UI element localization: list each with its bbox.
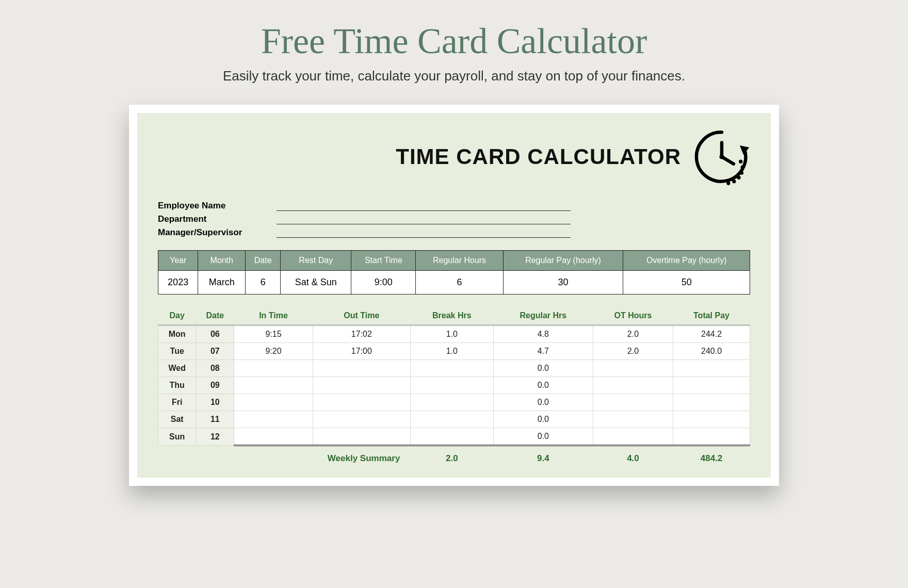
settings-reghours: 6 xyxy=(416,271,503,295)
ts-cell-in xyxy=(234,411,313,428)
manager-row: Manager/Supervisor xyxy=(158,227,750,238)
ts-cell-out: 17:02 xyxy=(313,325,410,343)
settings-header-starttime: Start Time xyxy=(351,251,416,271)
ts-cell-break xyxy=(410,377,493,394)
ts-cell-break xyxy=(410,411,493,428)
settings-header-regpay: Regular Pay (hourly) xyxy=(503,251,623,271)
ts-cell-day: Sun xyxy=(158,428,196,446)
table-row: Wed080.0 xyxy=(158,360,750,377)
ts-cell-date: 12 xyxy=(196,428,234,446)
ts-cell-reg: 0.0 xyxy=(493,411,593,428)
ts-cell-out xyxy=(313,394,410,411)
ts-cell-total xyxy=(673,360,750,377)
ts-cell-day: Mon xyxy=(158,325,196,343)
ts-cell-total xyxy=(673,411,750,428)
settings-year: 2023 xyxy=(158,271,198,295)
svg-point-9 xyxy=(719,154,724,159)
ts-header-date: Date xyxy=(196,307,234,325)
ts-cell-ot: 2.0 xyxy=(593,343,673,360)
ts-header-in: In Time xyxy=(234,307,313,325)
settings-otpay: 50 xyxy=(623,271,750,295)
summary-break: 2.0 xyxy=(410,446,493,468)
page-subtitle: Easily track your time, calculate your p… xyxy=(0,68,908,84)
ts-cell-ot: 2.0 xyxy=(593,325,673,343)
template-card: TIME CARD CALCULATOR Employee Name xyxy=(129,105,779,486)
summary-ot: 4.0 xyxy=(593,446,673,468)
ts-cell-out xyxy=(313,411,410,428)
table-row: Thu090.0 xyxy=(158,377,750,394)
settings-header-restday: Rest Day xyxy=(281,251,351,271)
manager-label: Manager/Supervisor xyxy=(158,227,277,238)
ts-cell-ot xyxy=(593,377,673,394)
ts-header-total: Total Pay xyxy=(673,307,750,325)
ts-cell-date: 09 xyxy=(196,377,234,394)
ts-cell-out xyxy=(313,360,410,377)
svg-point-4 xyxy=(737,176,740,179)
svg-point-2 xyxy=(741,166,744,169)
ts-cell-total xyxy=(673,428,750,446)
summary-reg: 9.4 xyxy=(493,446,593,468)
ts-cell-in xyxy=(234,428,313,446)
ts-cell-reg: 0.0 xyxy=(493,360,593,377)
ts-cell-reg: 4.8 xyxy=(493,325,593,343)
settings-header-otpay: Overtime Pay (hourly) xyxy=(623,251,750,271)
ts-cell-date: 07 xyxy=(196,343,234,360)
employee-info-section: Employee Name Department Manager/Supervi… xyxy=(158,201,750,238)
department-label: Department xyxy=(158,214,277,224)
ts-cell-reg: 0.0 xyxy=(493,394,593,411)
settings-restday: Sat & Sun xyxy=(281,271,351,295)
ts-cell-reg: 4.7 xyxy=(493,343,593,360)
table-row: Sat110.0 xyxy=(158,411,750,428)
svg-marker-0 xyxy=(740,145,749,155)
ts-cell-reg: 0.0 xyxy=(493,377,593,394)
ts-cell-out xyxy=(313,428,410,446)
settings-starttime: 9:00 xyxy=(351,271,416,295)
ts-cell-day: Tue xyxy=(158,343,196,360)
ts-cell-date: 10 xyxy=(196,394,234,411)
ts-cell-date: 11 xyxy=(196,411,234,428)
ts-cell-day: Sat xyxy=(158,411,196,428)
ts-cell-total xyxy=(673,394,750,411)
settings-table: Year Month Date Rest Day Start Time Regu… xyxy=(158,250,750,295)
ts-cell-break xyxy=(410,360,493,377)
ts-cell-total xyxy=(673,377,750,394)
clock-time-icon xyxy=(693,128,750,185)
table-row: Mon069:1517:021.04.82.0244.2 xyxy=(158,325,750,343)
ts-header-ot: OT Hours xyxy=(593,307,673,325)
settings-header-year: Year xyxy=(158,251,198,271)
ts-cell-out xyxy=(313,377,410,394)
ts-cell-day: Fri xyxy=(158,394,196,411)
employee-name-line xyxy=(277,201,571,211)
svg-point-6 xyxy=(726,182,730,185)
ts-cell-in: 9:15 xyxy=(234,325,313,343)
ts-header-break: Break Hrs xyxy=(410,307,493,325)
ts-cell-total: 240.0 xyxy=(673,343,750,360)
manager-line xyxy=(277,228,571,238)
ts-cell-in xyxy=(234,377,313,394)
settings-header-reghours: Regular Hours xyxy=(416,251,503,271)
ts-cell-ot xyxy=(593,360,673,377)
ts-cell-reg: 0.0 xyxy=(493,428,593,446)
employee-name-label: Employee Name xyxy=(158,201,277,211)
ts-cell-break xyxy=(410,428,493,446)
timesheet-table: Day Date In Time Out Time Break Hrs Regu… xyxy=(158,307,750,467)
ts-header-day: Day xyxy=(158,307,196,325)
department-row: Department xyxy=(158,214,750,224)
card-header: TIME CARD CALCULATOR xyxy=(158,128,750,185)
template-card-inner: TIME CARD CALCULATOR Employee Name xyxy=(137,113,771,478)
table-row: Tue079:2017:001.04.72.0240.0 xyxy=(158,343,750,360)
ts-cell-in xyxy=(234,360,313,377)
ts-cell-ot xyxy=(593,428,673,446)
ts-cell-ot xyxy=(593,394,673,411)
summary-total: 484.2 xyxy=(673,446,750,468)
ts-cell-ot xyxy=(593,411,673,428)
ts-cell-out: 17:00 xyxy=(313,343,410,360)
settings-regpay: 30 xyxy=(503,271,623,295)
ts-cell-day: Thu xyxy=(158,377,196,394)
ts-cell-total: 244.2 xyxy=(673,325,750,343)
svg-point-5 xyxy=(732,179,736,183)
card-title: TIME CARD CALCULATOR xyxy=(396,144,681,169)
ts-cell-in xyxy=(234,394,313,411)
ts-cell-day: Wed xyxy=(158,360,196,377)
ts-cell-break: 1.0 xyxy=(410,343,493,360)
